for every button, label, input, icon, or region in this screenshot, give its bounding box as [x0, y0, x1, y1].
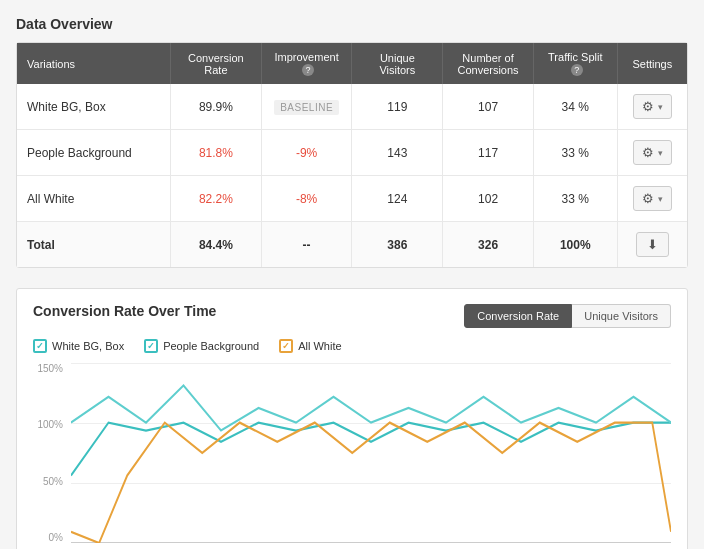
chevron-down-icon: ▾	[658, 148, 663, 158]
legend-check-whitebg: ✓	[33, 339, 47, 353]
conversion-rate: 81.8%	[171, 130, 262, 176]
legend-item-allwhite: ✓ All White	[279, 339, 341, 353]
variation-name: People Background	[17, 130, 171, 176]
unique-visitors: 386	[352, 222, 443, 268]
col-improvement: Improvement ?	[261, 43, 352, 84]
legend-item-whitebg: ✓ White BG, Box	[33, 339, 124, 353]
legend-item-peoplebg: ✓ People Background	[144, 339, 259, 353]
col-conversion-rate: Conversion Rate	[171, 43, 262, 84]
legend-label-peoplebg: People Background	[163, 340, 259, 352]
settings-cell: ⚙ ▾	[617, 176, 687, 222]
table-row: People Background 81.8% -9% 143 117 33 %…	[17, 130, 687, 176]
chart-section: Conversion Rate Over Time Conversion Rat…	[16, 288, 688, 549]
legend-label-whitebg: White BG, Box	[52, 340, 124, 352]
conversions: 326	[443, 222, 534, 268]
variation-name: White BG, Box	[17, 84, 171, 130]
download-button[interactable]: ⬇	[636, 232, 669, 257]
download-icon: ⬇	[647, 237, 658, 252]
data-overview-table-container: Variations Conversion Rate Improvement ?…	[16, 42, 688, 268]
baseline-badge: BASELINE	[274, 100, 339, 115]
traffic-split: 33 %	[533, 176, 617, 222]
col-unique-visitors: Unique Visitors	[352, 43, 443, 84]
conversions: 117	[443, 130, 534, 176]
unique-visitors: 143	[352, 130, 443, 176]
improvement-value: BASELINE	[261, 84, 352, 130]
toggle-conversion-rate[interactable]: Conversion Rate	[464, 304, 572, 328]
legend-label-allwhite: All White	[298, 340, 341, 352]
data-overview-title: Data Overview	[16, 16, 688, 32]
table-row: White BG, Box 89.9% BASELINE 119 107 34 …	[17, 84, 687, 130]
legend-check-peoplebg: ✓	[144, 339, 158, 353]
settings-button[interactable]: ⚙ ▾	[633, 186, 672, 211]
table-header-row: Variations Conversion Rate Improvement ?…	[17, 43, 687, 84]
y-label-150: 150%	[37, 363, 63, 374]
chart-title: Conversion Rate Over Time	[33, 303, 216, 319]
improvement-value: --	[261, 222, 352, 268]
y-label-100: 100%	[37, 419, 63, 430]
table-row: All White 82.2% -8% 124 102 33 % ⚙ ▾	[17, 176, 687, 222]
unique-visitors: 124	[352, 176, 443, 222]
chart-legend: ✓ White BG, Box ✓ People Background ✓ Al…	[33, 339, 671, 353]
improvement-help-icon: ?	[302, 64, 314, 76]
conversions: 107	[443, 84, 534, 130]
traffic-split-help-icon: ?	[571, 64, 583, 76]
toggle-unique-visitors[interactable]: Unique Visitors	[572, 304, 671, 328]
col-variations: Variations	[17, 43, 171, 84]
gear-icon: ⚙	[642, 191, 654, 206]
col-conversions: Number of Conversions	[443, 43, 534, 84]
data-overview-section: Data Overview Variations Conversion Rate…	[16, 16, 688, 268]
variation-name: Total	[17, 222, 171, 268]
traffic-split: 33 %	[533, 130, 617, 176]
chart-area: 150% 100% 50% 0%	[33, 363, 671, 549]
y-axis-labels: 150% 100% 50% 0%	[33, 363, 68, 543]
conversions: 102	[443, 176, 534, 222]
legend-check-allwhite: ✓	[279, 339, 293, 353]
settings-cell: ⚙ ▾	[617, 84, 687, 130]
col-settings: Settings	[617, 43, 687, 84]
chevron-down-icon: ▾	[658, 102, 663, 112]
data-table: Variations Conversion Rate Improvement ?…	[17, 43, 687, 267]
conversion-rate: 89.9%	[171, 84, 262, 130]
settings-cell: ⚙ ▾	[617, 130, 687, 176]
gear-icon: ⚙	[642, 99, 654, 114]
x-axis-labels: Feb 7, 2016 Mar 4, 2016	[71, 543, 671, 549]
line-peoplebg	[71, 386, 671, 431]
download-cell: ⬇	[617, 222, 687, 268]
y-label-50: 50%	[43, 476, 63, 487]
chart-svg	[71, 363, 671, 543]
chart-header: Conversion Rate Over Time Conversion Rat…	[33, 303, 671, 329]
chart-plot	[71, 363, 671, 543]
line-whitebg	[71, 423, 671, 476]
gear-icon: ⚙	[642, 145, 654, 160]
table-row-total: Total 84.4% -- 386 326 100% ⬇	[17, 222, 687, 268]
traffic-split: 34 %	[533, 84, 617, 130]
improvement-value: -9%	[261, 130, 352, 176]
conversion-rate: 84.4%	[171, 222, 262, 268]
col-traffic-split: Traffic Split ?	[533, 43, 617, 84]
conversion-rate: 82.2%	[171, 176, 262, 222]
chevron-down-icon: ▾	[658, 194, 663, 204]
chart-toggle-group: Conversion Rate Unique Visitors	[464, 304, 671, 328]
settings-button[interactable]: ⚙ ▾	[633, 94, 672, 119]
settings-button[interactable]: ⚙ ▾	[633, 140, 672, 165]
y-label-0: 0%	[49, 532, 63, 543]
variation-name: All White	[17, 176, 171, 222]
unique-visitors: 119	[352, 84, 443, 130]
improvement-value: -8%	[261, 176, 352, 222]
traffic-split: 100%	[533, 222, 617, 268]
